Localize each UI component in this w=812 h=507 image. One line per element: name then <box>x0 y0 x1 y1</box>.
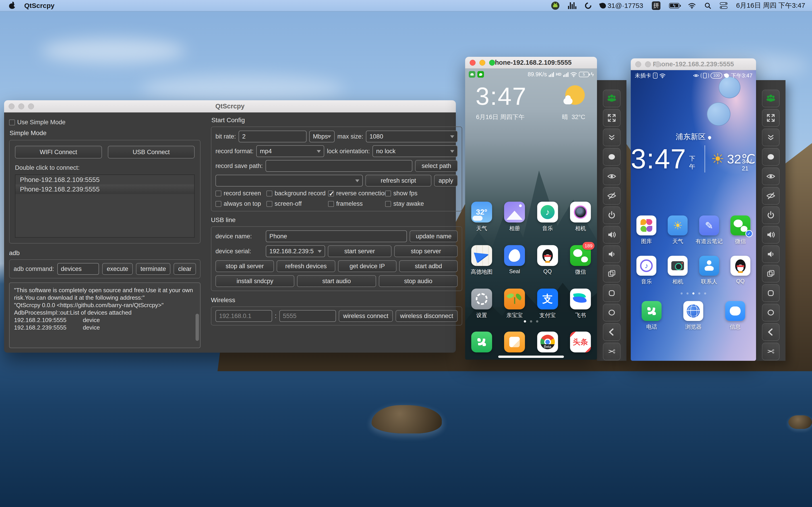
stop-all-server-button[interactable]: stop all server <box>215 260 274 272</box>
sync-menu-icon[interactable] <box>585 2 591 9</box>
start-server-button[interactable]: start server <box>328 245 392 257</box>
close-button[interactable] <box>470 60 475 66</box>
execute-button[interactable]: execute <box>102 263 133 275</box>
wireless-connect-button[interactable]: wireless connect <box>339 310 393 322</box>
start-adbd-button[interactable]: start adbd <box>399 260 458 272</box>
volume-up-button[interactable] <box>762 226 779 243</box>
control-center-icon[interactable] <box>720 2 727 9</box>
refresh-devices-button[interactable]: refresh devices <box>276 260 335 272</box>
minimize-button[interactable] <box>18 103 24 109</box>
screenshot-button[interactable] <box>762 343 779 360</box>
app-gallery[interactable]: 图库 <box>637 216 656 245</box>
power-button[interactable] <box>603 207 620 224</box>
fullscreen-button[interactable] <box>603 109 620 127</box>
install-sndcpy-button[interactable]: install sndcpy <box>215 275 294 287</box>
apple-menu-icon[interactable] <box>9 2 15 9</box>
close-button[interactable] <box>9 103 14 109</box>
bit-rate-input[interactable]: 2 <box>239 130 307 143</box>
menu-button[interactable] <box>762 284 779 302</box>
app-qq[interactable]: QQ <box>537 245 558 275</box>
phone2-title-bar[interactable]: Phone-192.168.2.239:5555 <box>631 58 756 70</box>
background-record-checkbox[interactable]: background record <box>266 190 328 197</box>
app-switch-button[interactable] <box>603 265 620 282</box>
screenshot-button[interactable] <box>603 343 620 360</box>
app-contacts[interactable]: 联系人 <box>699 256 719 285</box>
wireless-ip-input[interactable]: 192.168.0.1 <box>215 310 272 322</box>
input-method-icon[interactable]: 拼 <box>652 1 660 10</box>
app-seal[interactable]: Seal <box>504 245 525 275</box>
bit-rate-unit-select[interactable]: Mbps <box>309 130 335 143</box>
update-name-button[interactable]: update name <box>410 230 458 242</box>
minimize-button[interactable] <box>479 60 485 66</box>
app-music[interactable]: 音乐 <box>637 256 656 285</box>
wifi-connect-button[interactable]: WIFI Connect <box>15 146 102 159</box>
home-button[interactable] <box>762 304 779 322</box>
zoom-button[interactable] <box>655 61 661 67</box>
stay-awake-checkbox[interactable]: stay awake <box>385 200 458 207</box>
wireless-port-input[interactable]: 5555 <box>280 310 336 322</box>
volume-up-button[interactable] <box>603 226 620 243</box>
phone2-screen[interactable]: 未插卡 ! 100 下午3:47 浦东新区 3:47 下午 32℃ 34 / 2… <box>631 70 756 361</box>
dock-chrome[interactable]: Beta <box>537 332 558 352</box>
weather-widget[interactable]: 晴 32°C <box>562 113 585 121</box>
power-button[interactable] <box>762 207 779 224</box>
select-path-button[interactable]: select path <box>415 160 458 172</box>
android-menu-icon[interactable] <box>551 2 559 10</box>
app-wechat[interactable]: 微信 <box>730 216 750 245</box>
menu-button[interactable] <box>603 284 620 302</box>
record-screen-checkbox[interactable]: record screen <box>215 190 266 197</box>
dock-toutiao[interactable]: 头条 <box>570 332 591 352</box>
expand-notification-button[interactable] <box>603 128 620 146</box>
clock-widget[interactable]: 3:47 <box>475 82 527 110</box>
app-youdao-note[interactable]: 有道云笔记 <box>696 216 723 245</box>
qtscrcpy-title-bar[interactable]: QtScrcpy <box>4 100 456 112</box>
dock-phone[interactable] <box>471 332 492 352</box>
app-wechat[interactable]: 189微信 <box>570 245 591 275</box>
volume-down-button[interactable] <box>603 245 620 263</box>
apply-button[interactable]: apply <box>434 175 458 186</box>
app-feishu[interactable]: 飞书 <box>570 289 591 319</box>
app-qq[interactable]: QQ <box>730 256 750 285</box>
screen-off-checkbox[interactable]: screen-off <box>266 200 328 207</box>
app-alipay[interactable]: 支支付宝 <box>537 289 558 319</box>
screen-on-button[interactable] <box>603 168 620 185</box>
record-format-select[interactable]: mp4 <box>256 145 324 157</box>
record-save-path-input[interactable] <box>265 160 413 172</box>
menu-bar-clock[interactable]: 6月16日 周四 下午3:47 <box>736 1 805 10</box>
battery-menu-icon[interactable]: ϟ <box>669 3 679 8</box>
app-qinbaobao[interactable]: 亲宝宝 <box>504 289 525 319</box>
active-app-name[interactable]: QtScrcpy <box>24 2 54 9</box>
refresh-script-button[interactable]: refresh script <box>365 175 432 186</box>
device-serial-select[interactable]: 192.168.2.239:5 <box>266 245 325 257</box>
minimize-button[interactable] <box>645 61 651 67</box>
group-control-button[interactable] <box>603 90 620 107</box>
app-camera[interactable]: 相机 <box>570 202 591 232</box>
max-size-select[interactable]: 1080 <box>366 130 458 143</box>
wireless-disconnect-button[interactable]: wireless disconnect <box>396 310 458 322</box>
clock-weather-widget[interactable]: 3:47 下午 32℃ 34 / 21 <box>631 143 756 175</box>
app-switch-button[interactable] <box>762 265 779 282</box>
zoom-button[interactable] <box>28 103 34 109</box>
back-button[interactable] <box>603 323 620 341</box>
home-button[interactable] <box>603 304 620 322</box>
reverse-connection-checkbox[interactable]: reverse connection <box>328 190 385 197</box>
home-indicator[interactable] <box>498 355 564 358</box>
device-list[interactable]: Phone-192.168.2.109:5555 Phone-192.168.2… <box>15 174 195 238</box>
dock-messages[interactable]: 信息 <box>725 301 745 331</box>
phone1-screen[interactable]: 89.9K/s HD 5 3:47 6月16日 周四下午 晴 32°C 32°天… <box>465 69 597 360</box>
get-device-ip-button[interactable]: get device IP <box>338 260 397 272</box>
app-gallery[interactable]: 相册 <box>504 202 525 232</box>
dock-messages[interactable] <box>504 332 525 352</box>
phone1-title-bar[interactable]: Phone-192.168.2.109:5555 <box>465 57 597 69</box>
device-list-item[interactable]: Phone-192.168.2.239:5555 <box>15 184 194 194</box>
device-name-input[interactable]: Phone <box>266 230 407 242</box>
app-music[interactable]: 音乐 <box>537 202 558 232</box>
stop-audio-button[interactable]: stop audio <box>379 275 458 287</box>
screen-off-button[interactable] <box>603 187 620 205</box>
show-fps-checkbox[interactable]: show fps <box>385 190 458 197</box>
group-control-button[interactable] <box>762 90 779 107</box>
frameless-checkbox[interactable]: frameless <box>328 200 385 207</box>
app-amap[interactable]: 高德地图 <box>471 245 493 275</box>
equalizer-menu-icon[interactable] <box>568 2 576 9</box>
touch-button[interactable] <box>603 148 620 166</box>
